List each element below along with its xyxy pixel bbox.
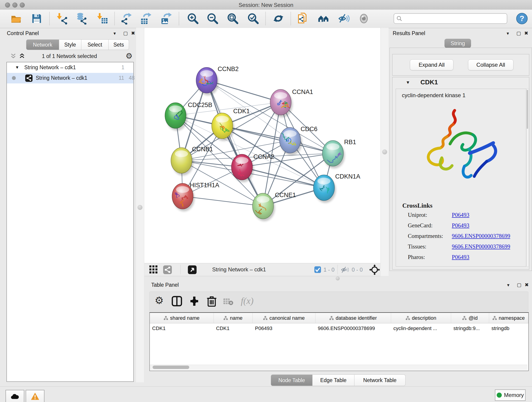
network-node-rb1[interactable]: RB1 <box>322 139 356 168</box>
import-network-file-button[interactable] <box>56 12 69 26</box>
panel-close-icon[interactable]: ✖ <box>131 31 135 36</box>
export-network-button[interactable] <box>119 12 133 26</box>
column-header-shared-name[interactable]: shared name <box>150 313 214 323</box>
section-collapse-icon[interactable]: ▼ <box>406 80 410 85</box>
table-scrollbar-thumb[interactable] <box>152 366 189 369</box>
column-header-namespace[interactable]: namespace <box>489 313 528 323</box>
selected-checkbox-icon[interactable] <box>314 266 321 273</box>
cell-database-identifier[interactable]: 9606.ENSP00000378699 <box>316 323 391 333</box>
apply-layout-button[interactable] <box>272 12 285 26</box>
collection-expander-icon[interactable]: ▼ <box>15 65 19 70</box>
network-collection-row[interactable]: ▼ String Network – cdk1 1 <box>7 62 133 73</box>
network-canvas[interactable]: CCNB2CCNA1CDC25BCDK1CDC6RB1CCNB1CCNA2CDK… <box>144 28 380 263</box>
network-node-cdc25b[interactable]: CDC25B <box>165 102 212 131</box>
show-graphics-details-button[interactable] <box>357 12 371 26</box>
tab-select[interactable]: Select <box>81 39 109 50</box>
vertical-splitter-right[interactable] <box>381 28 389 276</box>
tab-edge-table[interactable]: Edge Table <box>312 375 355 386</box>
tab-node-table[interactable]: Node Table <box>271 375 312 386</box>
string-network-graph[interactable]: CCNB2CCNA1CDC25BCDK1CDC6RB1CCNB1CCNA2CDK… <box>144 28 380 263</box>
export-image-button[interactable] <box>159 12 173 26</box>
export-table-button[interactable] <box>139 12 153 26</box>
column-type-icon <box>493 316 497 320</box>
cloud-icon <box>10 393 20 400</box>
panel-float-icon[interactable]: ▢ <box>123 31 128 36</box>
results-scrollbar[interactable] <box>526 89 529 267</box>
help-button[interactable]: ? <box>515 12 529 26</box>
tab-sets[interactable]: Sets <box>109 39 129 50</box>
network-node-ccnb2[interactable]: CCNB2 <box>196 65 239 95</box>
network-node-ccnb1[interactable]: CCNB1 <box>171 146 213 176</box>
clone-network-button[interactable] <box>297 12 310 26</box>
tab-network-table[interactable]: Network Table <box>355 375 405 386</box>
crosslink-compartments-link[interactable]: 9606.ENSP00000378699 <box>452 233 510 239</box>
column-header-id[interactable]: @id <box>451 313 489 323</box>
node-table[interactable]: shared name name canonical name database… <box>149 312 529 371</box>
panel-close-icon[interactable]: ✖ <box>525 282 529 287</box>
open-view-icon[interactable] <box>188 265 196 274</box>
network-node-cdkn1a[interactable]: CDKN1A <box>313 173 360 203</box>
show-columns-icon[interactable] <box>172 296 182 306</box>
table-options-gear-icon[interactable]: ⚙ <box>155 294 164 306</box>
open-session-button[interactable] <box>9 12 23 26</box>
import-table-file-button[interactable] <box>96 12 109 26</box>
results-tab-string[interactable]: String <box>444 39 471 48</box>
tab-style[interactable]: Style <box>59 39 81 50</box>
results-scrollbar-thumb[interactable] <box>527 90 528 129</box>
crosslink-pharos-link[interactable]: P06493 <box>452 254 469 260</box>
splitter-handle[interactable] <box>382 149 387 154</box>
zoom-fit-button[interactable] <box>226 12 240 26</box>
expand-all-button[interactable]: Expand All <box>410 59 453 70</box>
save-session-button[interactable] <box>30 12 44 26</box>
search-input[interactable] <box>402 15 502 22</box>
import-network-database-button[interactable] <box>75 12 89 26</box>
enhanced-graphics-toggle-button[interactable] <box>337 12 351 26</box>
panel-menu-icon[interactable]: ▼ <box>113 32 117 36</box>
grid-view-icon[interactable] <box>149 265 158 274</box>
birds-eye-view-icon[interactable] <box>369 264 380 275</box>
cell-id[interactable]: stringdb:9... <box>451 323 489 333</box>
splitter-handle[interactable] <box>138 205 143 210</box>
zoom-selected-button[interactable] <box>246 12 260 26</box>
memory-label: Memory <box>504 392 524 398</box>
network-selection-status: 1 of 1 Network selected <box>3 53 136 59</box>
panel-menu-icon[interactable]: ▼ <box>506 32 510 36</box>
node-label-ccnb2: CCNB2 <box>218 65 239 72</box>
collapse-all-button[interactable]: Collapse All <box>468 59 513 70</box>
warnings-button[interactable] <box>26 390 44 402</box>
hidden-eye-icon[interactable] <box>341 266 349 274</box>
crosslink-tissues-link[interactable]: 9606.ENSP00000378699 <box>452 243 510 250</box>
crosslink-uniprot-link[interactable]: P06493 <box>452 212 469 218</box>
zoom-out-button[interactable] <box>206 12 220 26</box>
cloud-status-button[interactable] <box>6 390 24 402</box>
network-node-hist1h1a[interactable]: HIST1H1A <box>172 182 219 211</box>
create-column-plus-icon[interactable] <box>189 296 200 306</box>
zoom-in-button[interactable] <box>186 12 200 26</box>
network-node-ccne1[interactable]: CCNE1 <box>253 191 296 221</box>
memory-button[interactable]: Memory <box>495 389 526 401</box>
cell-canonical-name[interactable]: P06493 <box>253 323 316 333</box>
cell-description[interactable]: cyclin-dependent ... <box>391 323 451 333</box>
cell-shared-name[interactable]: CDK1 <box>150 323 214 333</box>
string-home-button[interactable] <box>317 12 331 26</box>
panel-close-icon[interactable]: ✖ <box>524 31 528 36</box>
network-badge-gray-icon[interactable] <box>163 265 172 274</box>
table-horizontal-scrollbar[interactable] <box>150 365 527 370</box>
panel-menu-icon[interactable]: ▼ <box>506 283 510 287</box>
column-header-canonical-name[interactable]: canonical name <box>253 313 316 323</box>
vertical-splitter-left[interactable] <box>136 28 144 382</box>
column-header-name[interactable]: name <box>214 313 253 323</box>
crosslink-genecard-link[interactable]: P06493 <box>452 222 469 229</box>
column-header-database-identifier[interactable]: database identifier <box>316 313 391 323</box>
column-type-icon <box>164 316 168 320</box>
tab-network[interactable]: Network <box>26 39 59 50</box>
network-node-cdc6[interactable]: CDC6 <box>279 126 317 155</box>
panel-float-icon[interactable]: ▢ <box>517 282 521 287</box>
cell-name[interactable]: CDK1 <box>214 323 253 333</box>
delete-column-trash-icon[interactable] <box>206 295 217 307</box>
network-row-selected[interactable]: String Network – cdk1 11 48 <box>7 73 133 83</box>
column-header-description[interactable]: description <box>391 313 451 323</box>
cell-namespace[interactable]: stringdb <box>489 323 528 333</box>
network-options-gear-icon[interactable]: ⚙ <box>126 51 133 61</box>
panel-float-icon[interactable]: ▢ <box>516 31 521 36</box>
